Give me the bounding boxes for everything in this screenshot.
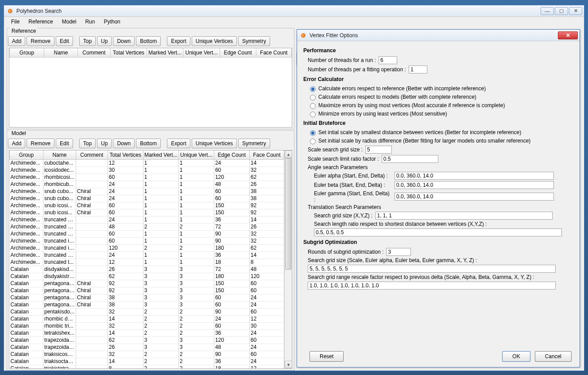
table-row[interactable]: Archimede...truncated ic...60119032	[10, 237, 284, 244]
mcol-face[interactable]: Face Count	[249, 151, 284, 159]
col-comment[interactable]: Comment	[77, 48, 110, 57]
euler-a-input[interactable]	[395, 172, 554, 180]
mdl-export-button[interactable]: Export	[167, 139, 190, 148]
table-row[interactable]: Archimede...truncated ic...1202218062	[10, 244, 284, 251]
table-row[interactable]: Catalantrapezoidal ...623312060	[10, 336, 284, 344]
mdl-symmetry-button[interactable]: Symmetry	[238, 139, 270, 148]
table-row[interactable]: Archimede...snub cubo...Chiral24116038	[10, 188, 284, 195]
ref-remove-button[interactable]: Remove	[27, 36, 54, 46]
table-row[interactable]: Catalanrhombic tri...32226030	[10, 322, 284, 329]
table-row[interactable]: Archimede...truncated d...60119032	[10, 230, 284, 237]
maximize-button[interactable]: ▢	[555, 7, 568, 15]
table-row[interactable]: Catalanpentakisdo...32229060	[10, 308, 284, 315]
ref-down-button[interactable]: Down	[113, 36, 135, 46]
err-radio-2[interactable]	[310, 95, 316, 101]
model-grid[interactable]: Group Name Comment Total Vertices Marked…	[9, 150, 292, 369]
table-row[interactable]: Archimede...cuboctahe...12112414	[10, 159, 284, 166]
table-row[interactable]: Catalandisdyakisd...26337248	[10, 266, 284, 273]
scroll-thumb[interactable]	[285, 158, 291, 270]
err-radio-3[interactable]	[310, 103, 316, 109]
table-row[interactable]: Archimede...rhombicub...24114826	[10, 181, 284, 188]
cancel-button[interactable]: Cancel	[535, 351, 572, 362]
col-edge[interactable]: Edge Count	[220, 48, 256, 57]
table-row[interactable]: Catalanrhombic do...14222412	[10, 315, 284, 322]
threads-run-input[interactable]	[379, 56, 397, 64]
table-row[interactable]: Archimede...truncated c...24113614	[10, 216, 284, 223]
ref-export-button[interactable]: Export	[167, 36, 190, 46]
table-row[interactable]: Catalanpentagonal...Chiral923315060	[10, 287, 284, 294]
scale-grid-input[interactable]	[365, 146, 392, 154]
table-row[interactable]: Catalanpentagonal...Chiral38336024	[10, 301, 284, 308]
table-row[interactable]: Archimede...snub cubo...Chiral24116038	[10, 195, 284, 202]
table-row[interactable]: Archimede...icosidodec...30116032	[10, 166, 284, 174]
dialog-close-button[interactable]: ✕	[558, 31, 578, 39]
minimize-button[interactable]: —	[541, 7, 554, 15]
table-row[interactable]: Catalanpentagonal...Chiral38336024	[10, 294, 284, 301]
euler-g-input[interactable]	[395, 193, 554, 201]
reference-grid[interactable]: Group Name Comment Total Vertices Marked…	[9, 48, 292, 128]
mdl-unique-button[interactable]: Unique Vertices	[192, 139, 237, 148]
model-scrollbar[interactable]: ▲ ▼	[284, 151, 292, 368]
table-row[interactable]: Archimede...truncated c...48227226	[10, 223, 284, 230]
search-grid-xyz-input[interactable]	[375, 212, 553, 220]
mcol-marked[interactable]: Marked Vert...	[143, 151, 178, 159]
table-row[interactable]: Archimede...snub icosi...Chiral601115092	[10, 202, 284, 209]
mcol-name[interactable]: Name	[43, 151, 76, 159]
ref-edit-button[interactable]: Edit	[56, 36, 73, 46]
col-face[interactable]: Face Count	[256, 48, 291, 57]
err-radio-1[interactable]	[310, 86, 316, 92]
mdl-top-button[interactable]: Top	[79, 139, 96, 148]
table-row[interactable]: Catalandisdyakistri...6233180120	[10, 273, 284, 280]
ref-symmetry-button[interactable]: Symmetry	[238, 36, 270, 46]
col-group[interactable]: Group	[10, 48, 44, 57]
ref-top-button[interactable]: Top	[79, 36, 96, 46]
menu-python[interactable]: Python	[99, 18, 124, 26]
menu-file[interactable]: File	[7, 18, 24, 26]
euler-b-input[interactable]	[395, 181, 554, 189]
table-row[interactable]: Archimede...truncated t...1211188	[10, 259, 284, 266]
dialog-titlebar[interactable]: Vertex Fitter Options ✕	[297, 30, 580, 41]
scale-radio-1[interactable]	[310, 130, 316, 136]
table-row[interactable]: Archimede...truncated o...24113614	[10, 251, 284, 259]
table-row[interactable]: Catalantrapezoidal ...26334824	[10, 344, 284, 351]
table-row[interactable]: Catalanpentagonal...Chiral923315060	[10, 280, 284, 287]
col-marked[interactable]: Marked Vert...	[147, 48, 183, 57]
mcol-edge[interactable]: Edge Count	[214, 151, 249, 159]
col-unique[interactable]: Unique Vert...	[183, 48, 220, 57]
mdl-add-button[interactable]: Add	[8, 139, 25, 148]
scale-limit-input[interactable]	[382, 155, 438, 163]
err-radio-4[interactable]	[310, 112, 316, 117]
col-total[interactable]: Total Vertices	[110, 48, 147, 57]
mdl-down-button[interactable]: Down	[113, 139, 135, 148]
search-len-input[interactable]	[314, 228, 562, 236]
threads-fit-input[interactable]	[409, 66, 427, 73]
mdl-edit-button[interactable]: Edit	[56, 139, 73, 148]
mcol-unique[interactable]: Unique Vert...	[178, 151, 214, 159]
scale-radio-2[interactable]	[310, 139, 316, 144]
rounds-input[interactable]	[386, 248, 411, 256]
ref-bottom-button[interactable]: Bottom	[136, 36, 161, 46]
menu-reference[interactable]: Reference	[24, 18, 57, 26]
close-button[interactable]: ✕	[569, 7, 582, 15]
scroll-up-button[interactable]: ▲	[285, 151, 292, 158]
menu-model[interactable]: Model	[58, 18, 81, 26]
ref-unique-button[interactable]: Unique Vertices	[192, 36, 237, 46]
table-row[interactable]: Catalantriakisicosa...32229060	[10, 351, 284, 358]
scroll-down-button[interactable]: ▼	[285, 361, 292, 368]
mcol-comment[interactable]: Comment	[76, 151, 108, 159]
main-titlebar[interactable]: Polyhedron Search — ▢ ✕	[4, 5, 584, 17]
col-name[interactable]: Name	[44, 48, 78, 57]
mcol-group[interactable]: Group	[10, 151, 43, 159]
reset-button[interactable]: Reset	[309, 351, 344, 362]
ref-up-button[interactable]: Up	[97, 36, 112, 46]
table-row[interactable]: Archimede...rhombicosi...601112062	[10, 174, 284, 181]
ok-button[interactable]: OK	[502, 351, 530, 362]
mdl-remove-button[interactable]: Remove	[27, 139, 54, 148]
table-row[interactable]: Catalantriakistetra...8221812	[10, 365, 284, 368]
table-row[interactable]: Catalantriakisoctah...14223624	[10, 358, 284, 365]
mcol-total[interactable]: Total Vertices	[108, 151, 143, 159]
mdl-bottom-button[interactable]: Bottom	[136, 139, 161, 148]
sg-rescale-input[interactable]	[308, 282, 556, 290]
table-row[interactable]: Archimede...snub icosi...Chiral601115092	[10, 209, 284, 216]
mdl-up-button[interactable]: Up	[97, 139, 112, 148]
